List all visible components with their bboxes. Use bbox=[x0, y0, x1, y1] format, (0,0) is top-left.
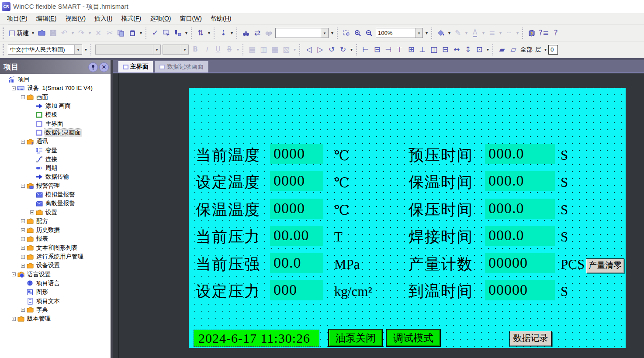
zoom-area-button[interactable] bbox=[341, 27, 352, 39]
check-consistency-button[interactable]: ✓ bbox=[149, 27, 161, 39]
tree-item-23[interactable]: 项目语言 bbox=[0, 279, 111, 288]
menu-item-5[interactable]: 选项(O) bbox=[145, 14, 175, 24]
io-field-产量计数[interactable]: 00000 bbox=[485, 253, 555, 273]
language-combo[interactable]: 中文(中华人民共和国)▾ bbox=[8, 45, 82, 55]
equal-width-button[interactable]: ↔ bbox=[451, 44, 462, 56]
collapse-icon[interactable]: - bbox=[21, 184, 25, 188]
tree-item-3[interactable]: 添加 画面 bbox=[0, 102, 111, 110]
io-field-预压时间[interactable]: 000.0 bbox=[485, 144, 555, 164]
text-align-dropdown[interactable]: ▾ bbox=[292, 47, 298, 52]
new-button[interactable]: □新建 bbox=[7, 27, 30, 39]
layer-dropdown[interactable]: ▾ bbox=[543, 47, 548, 52]
tab-data-log-screen[interactable]: 数据记录画面 bbox=[155, 61, 208, 72]
flip-vertical-button[interactable]: ▷ bbox=[315, 44, 326, 56]
equal-height-button[interactable]: ↕ bbox=[462, 44, 474, 56]
tree-item-20[interactable]: +运行系统用户管理 bbox=[0, 252, 111, 261]
tree-item-7[interactable]: -S通讯 bbox=[0, 137, 111, 146]
chevron-down-icon[interactable]: ▾ bbox=[74, 45, 82, 54]
transfer-dropdown[interactable]: ▾ bbox=[184, 31, 189, 35]
align-right-button[interactable]: ⊣ bbox=[383, 44, 394, 56]
data-log-button[interactable]: 数据记录 bbox=[509, 331, 552, 346]
tree-item-5[interactable]: 主界面 bbox=[0, 119, 111, 128]
tree-item-11[interactable]: 数据传输 bbox=[0, 172, 111, 181]
search-combo-dropdown[interactable]: ▾ bbox=[329, 31, 335, 35]
replace-button[interactable]: ⇄ bbox=[252, 27, 263, 39]
rotate-right-button[interactable]: ↻ bbox=[337, 44, 349, 56]
find-in-dropdown[interactable]: ▾ bbox=[229, 31, 235, 35]
expand-icon[interactable]: + bbox=[12, 317, 16, 321]
align-bottom-button[interactable]: ⊥ bbox=[417, 44, 428, 56]
tree-item-13[interactable]: 模拟量报警 bbox=[0, 190, 111, 199]
tree-item-1[interactable]: -设备_1(Smart 700 IE V4) bbox=[0, 84, 111, 93]
io-field-保温时间[interactable]: 000.0 bbox=[485, 171, 555, 191]
expand-icon[interactable]: + bbox=[30, 210, 34, 214]
redo-dropdown[interactable]: ▾ bbox=[87, 31, 93, 35]
close-icon[interactable]: ✕ bbox=[99, 62, 109, 72]
tree-item-26[interactable]: +字典 bbox=[0, 306, 111, 314]
debug-mode-button[interactable]: 调试模式 bbox=[386, 329, 441, 347]
menu-item-1[interactable]: 编辑(E) bbox=[32, 14, 61, 24]
zoom-in-button[interactable] bbox=[352, 27, 364, 39]
menu-item-4[interactable]: 格式(F) bbox=[117, 14, 145, 24]
tree-item-6[interactable]: 数据记录画面 bbox=[0, 128, 111, 137]
tree-item-25[interactable]: 项目文本 bbox=[0, 296, 111, 305]
find-in-project-button[interactable]: ⇣ bbox=[218, 27, 229, 39]
paste-dropdown[interactable]: ▾ bbox=[138, 31, 144, 35]
collapse-icon[interactable]: - bbox=[12, 272, 16, 276]
tree-item-12[interactable]: -报警管理 bbox=[0, 182, 111, 190]
align-left-button[interactable]: ⊢ bbox=[360, 44, 371, 56]
expand-icon[interactable]: + bbox=[21, 228, 25, 232]
expand-icon[interactable]: + bbox=[21, 237, 25, 241]
tree-item-19[interactable]: +文本和图形列表 bbox=[0, 244, 111, 252]
chevron-down-icon[interactable]: ▾ bbox=[181, 45, 188, 54]
tree-item-0[interactable]: 项目 bbox=[0, 75, 111, 84]
io-field-设定温度[interactable]: 0000 bbox=[270, 171, 323, 191]
copy-button[interactable] bbox=[115, 27, 127, 39]
sort-dropdown[interactable]: ▾ bbox=[206, 31, 212, 35]
menu-item-3[interactable]: 插入(I) bbox=[90, 14, 117, 24]
undo-dropdown[interactable]: ▾ bbox=[70, 31, 76, 35]
menu-item-7[interactable]: 帮助(H) bbox=[206, 14, 235, 24]
align-dropdown[interactable]: ▾ bbox=[485, 47, 491, 52]
search-combo[interactable]: ▾ bbox=[275, 28, 329, 38]
paste-button[interactable] bbox=[127, 27, 138, 39]
generate-button[interactable] bbox=[161, 27, 172, 39]
expand-icon[interactable]: + bbox=[21, 264, 25, 268]
tree-item-15[interactable]: +设置 bbox=[0, 208, 111, 217]
datetime-display[interactable]: 2024-6-17 11:30:26 bbox=[194, 330, 319, 347]
line-style-dropdown[interactable]: ▾ bbox=[515, 31, 520, 35]
io-field-保压时间[interactable]: 000.0 bbox=[485, 199, 555, 219]
align-center-button[interactable]: ⊟ bbox=[371, 44, 383, 56]
collapse-icon[interactable]: - bbox=[12, 86, 16, 90]
chevron-down-icon[interactable]: ▾ bbox=[415, 28, 422, 38]
tree-item-21[interactable]: +设备设置 bbox=[0, 261, 111, 270]
menu-item-6[interactable]: 窗口(W) bbox=[175, 14, 206, 24]
tree-item-14[interactable]: 离散量报警 bbox=[0, 199, 111, 208]
pump-toggle-button[interactable]: 油泵关闭 bbox=[328, 329, 383, 347]
menu-item-2[interactable]: 视图(V) bbox=[61, 14, 90, 24]
align-middle-button[interactable]: ⊞ bbox=[405, 44, 417, 56]
sort-button[interactable]: ⇅ bbox=[195, 27, 206, 39]
zoom-out-button[interactable] bbox=[364, 27, 375, 39]
tree-item-8[interactable]: 变量 bbox=[0, 146, 111, 155]
tree-item-18[interactable]: +报表 bbox=[0, 234, 111, 243]
menu-item-0[interactable]: 项目(P) bbox=[3, 14, 32, 24]
io-field-到温时间[interactable]: 00000 bbox=[485, 280, 555, 300]
chevron-down-icon[interactable]: ▾ bbox=[321, 28, 328, 38]
rotate-dropdown[interactable]: ▾ bbox=[349, 47, 354, 52]
tree-item-24[interactable]: 图形 bbox=[0, 288, 111, 296]
font-color-dropdown[interactable]: ▾ bbox=[481, 31, 486, 35]
io-field-当前温度[interactable]: 0000 bbox=[270, 144, 323, 164]
expand-icon[interactable]: + bbox=[21, 219, 25, 223]
layer-number-input[interactable] bbox=[548, 45, 558, 55]
io-field-当前压强[interactable]: 00.0 bbox=[270, 253, 323, 273]
fill-color-dropdown[interactable]: ▾ bbox=[447, 31, 452, 35]
zoom-level-combo[interactable]: 100%▾ bbox=[376, 28, 423, 38]
tree-item-2[interactable]: -画面 bbox=[0, 93, 111, 102]
tree-item-9[interactable]: 连接 bbox=[0, 155, 111, 164]
bring-forward-button[interactable]: ▰ bbox=[496, 44, 508, 56]
tree-item-27[interactable]: +版本管理 bbox=[0, 314, 111, 323]
help-index-button[interactable]: ?≡ bbox=[537, 27, 550, 39]
tree-item-4[interactable]: 模板 bbox=[0, 110, 111, 119]
rotate-left-button[interactable]: ↺ bbox=[326, 44, 337, 56]
